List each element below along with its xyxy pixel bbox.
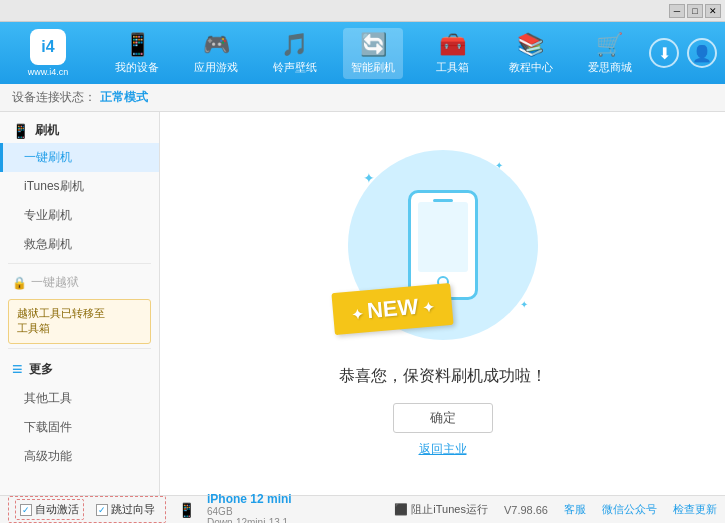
sidebar-item-download-firmware[interactable]: 下载固件 [0, 413, 159, 442]
star-decoration-1: ✦ [363, 170, 375, 186]
status-value: 正常模式 [100, 89, 148, 106]
device-system: Down-12mini-13,1 [207, 517, 292, 524]
maximize-button[interactable]: □ [687, 4, 703, 18]
nav-apps-games[interactable]: 🎮 应用游戏 [186, 28, 246, 79]
jailbreak-notice: 越狱工具已转移至工具箱 [8, 299, 151, 344]
itunes-running[interactable]: ⬛ 阻止iTunes运行 [394, 502, 488, 517]
toolbox-icon: 🧰 [439, 32, 466, 58]
header: i4 www.i4.cn 📱 我的设备 🎮 应用游戏 🎵 铃声壁纸 🔄 智能刷机… [0, 22, 725, 84]
nav-tutorials-label: 教程中心 [509, 60, 553, 75]
nav-my-device[interactable]: 📱 我的设备 [107, 28, 167, 79]
nav-wallpaper[interactable]: 🎵 铃声壁纸 [265, 28, 325, 79]
customer-service-link[interactable]: 客服 [564, 502, 586, 517]
nav-mall-label: 爱思商城 [588, 60, 632, 75]
nav-smart-flash[interactable]: 🔄 智能刷机 [343, 28, 403, 79]
skip-wizard-check-icon: ✓ [96, 504, 108, 516]
sidebar-section-more: ≡ 更多 [0, 353, 159, 384]
apps-games-icon: 🎮 [203, 32, 230, 58]
nav-apps-games-label: 应用游戏 [194, 60, 238, 75]
phone-screen [418, 202, 468, 272]
my-device-icon: 📱 [124, 32, 151, 58]
logo[interactable]: i4 www.i4.cn [8, 29, 88, 77]
wechat-link[interactable]: 微信公众号 [602, 502, 657, 517]
sidebar: 📱 刷机 一键刷机 iTunes刷机 专业刷机 救急刷机 🔒 一键越狱 越狱工具… [0, 112, 160, 495]
device-name: iPhone 12 mini [207, 492, 292, 506]
lock-icon: 🔒 [12, 276, 27, 290]
phone-illustration: ✦ ✦ ✦ NEW [343, 150, 543, 350]
sidebar-item-advanced[interactable]: 高级功能 [0, 442, 159, 471]
auto-connect-check-icon: ✓ [20, 504, 32, 516]
nav-tutorials[interactable]: 📚 教程中心 [501, 28, 561, 79]
header-actions: ⬇ 👤 [649, 38, 717, 68]
nav-wallpaper-label: 铃声壁纸 [273, 60, 317, 75]
device-info: iPhone 12 mini 64GB Down-12mini-13,1 [199, 490, 300, 524]
nav-smart-flash-label: 智能刷机 [351, 60, 395, 75]
smart-flash-icon: 🔄 [360, 32, 387, 58]
logo-url: www.i4.cn [28, 67, 69, 77]
status-label: 设备连接状态： [12, 89, 96, 106]
success-area: ✦ ✦ ✦ NEW 恭喜您，保资料刷机成功啦！ 确定 返回主业 [339, 150, 547, 458]
sidebar-section-flash: 📱 刷机 [0, 116, 159, 143]
download-button[interactable]: ⬇ [649, 38, 679, 68]
nav-toolbox-label: 工具箱 [436, 60, 469, 75]
bottom-right: ⬛ 阻止iTunes运行 V7.98.66 客服 微信公众号 检查更新 [394, 502, 717, 517]
nav-bar: 📱 我的设备 🎮 应用游戏 🎵 铃声壁纸 🔄 智能刷机 🧰 工具箱 📚 教程中心… [98, 28, 649, 79]
sidebar-item-itunes-flash[interactable]: iTunes刷机 [0, 172, 159, 201]
main-layout: 📱 刷机 一键刷机 iTunes刷机 专业刷机 救急刷机 🔒 一键越狱 越狱工具… [0, 112, 725, 495]
mall-icon: 🛒 [596, 32, 623, 58]
success-text: 恭喜您，保资料刷机成功啦！ [339, 366, 547, 387]
sidebar-item-pro-flash[interactable]: 专业刷机 [0, 201, 159, 230]
device-phone-icon: 📱 [178, 502, 195, 518]
tutorials-icon: 📚 [517, 32, 544, 58]
phone-speaker [433, 199, 453, 202]
wallpaper-icon: 🎵 [281, 32, 308, 58]
star-decoration-3: ✦ [520, 299, 528, 310]
check-update-link[interactable]: 检查更新 [673, 502, 717, 517]
content-area: ✦ ✦ ✦ NEW 恭喜您，保资料刷机成功啦！ 确定 返回主业 [160, 112, 725, 495]
sidebar-item-one-click-flash[interactable]: 一键刷机 [0, 143, 159, 172]
flash-section-icon: 📱 [12, 123, 29, 139]
more-section-label: 更多 [29, 361, 53, 378]
stop-icon: ⬛ [394, 503, 408, 516]
status-bar: 设备连接状态： 正常模式 [0, 84, 725, 112]
minimize-button[interactable]: ─ [669, 4, 685, 18]
nav-mall[interactable]: 🛒 爱思商城 [580, 28, 640, 79]
window-controls[interactable]: ─ □ ✕ [669, 4, 721, 18]
flash-section-label: 刷机 [35, 122, 59, 139]
user-button[interactable]: 👤 [687, 38, 717, 68]
back-link[interactable]: 返回主业 [419, 441, 467, 458]
confirm-button[interactable]: 确定 [393, 403, 493, 433]
bottom-left: ✓ 自动激活 ✓ 跳过向导 📱 iPhone 12 mini 64GB Down… [8, 490, 300, 524]
nav-toolbox[interactable]: 🧰 工具箱 [422, 28, 482, 79]
more-section-icon: ≡ [12, 359, 23, 380]
sidebar-item-other-tools[interactable]: 其他工具 [0, 384, 159, 413]
sidebar-divider-1 [8, 263, 151, 264]
sidebar-item-save-flash[interactable]: 救急刷机 [0, 230, 159, 259]
skip-wizard-checkbox[interactable]: ✓ 跳过向导 [92, 500, 159, 519]
star-decoration-2: ✦ [495, 160, 503, 171]
bottom-bar: ✓ 自动激活 ✓ 跳过向导 📱 iPhone 12 mini 64GB Down… [0, 495, 725, 523]
version-text: V7.98.66 [504, 504, 548, 516]
device-storage: 64GB [207, 506, 292, 517]
sidebar-divider-2 [8, 348, 151, 349]
nav-my-device-label: 我的设备 [115, 60, 159, 75]
close-button[interactable]: ✕ [705, 4, 721, 18]
sidebar-jailbreak-disabled: 🔒 一键越狱 [0, 268, 159, 295]
title-bar: ─ □ ✕ [0, 0, 725, 22]
auto-connect-checkbox[interactable]: ✓ 自动激活 [15, 499, 84, 520]
logo-icon: i4 [30, 29, 66, 65]
